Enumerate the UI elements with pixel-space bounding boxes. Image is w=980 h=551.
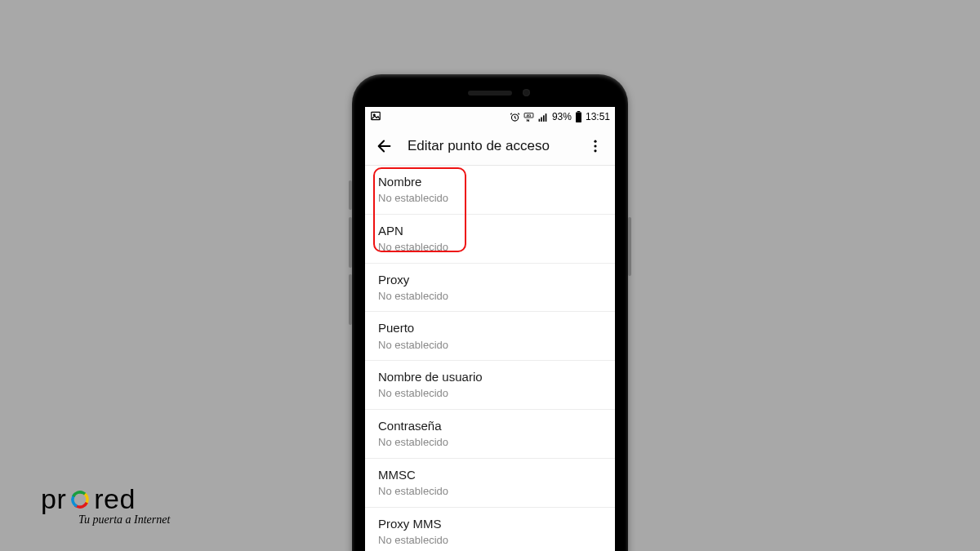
side-button [349,180,352,210]
setting-value: No establecido [378,240,602,255]
svg-text:4G: 4G [527,113,532,117]
phone-frame: 4G 93% 13:51 Editar punto de acceso [352,74,628,551]
setting-item-puerto[interactable]: Puerto No establecido [365,312,615,361]
brand-logo: pr red Tu puerta a Internet [41,483,170,527]
clock-time: 13:51 [586,111,610,122]
setting-item-contrasena[interactable]: Contraseña No establecido [365,410,615,459]
svg-point-12 [594,144,596,147]
network-4g-icon: 4G [523,112,534,122]
logo-text-right: red [94,483,136,515]
battery-icon [575,111,582,122]
alarm-icon [510,112,520,122]
phone-speaker [468,91,512,96]
logo-text-left: pr [41,483,66,515]
logo-swirl-icon [69,488,91,511]
setting-value: No establecido [378,338,602,353]
setting-label: MMSC [378,467,602,483]
svg-rect-10 [576,112,581,122]
page-title: Editar punto de acceso [408,138,572,154]
svg-point-11 [594,140,596,142]
phone-screen: 4G 93% 13:51 Editar punto de acceso [365,107,615,551]
status-bar: 4G 93% 13:51 [365,107,615,127]
signal-icon [537,112,549,122]
setting-label: Nombre [378,174,602,190]
setting-item-mmsc[interactable]: MMSC No establecido [365,459,615,508]
side-button [349,217,352,268]
battery-percent: 93% [552,111,572,122]
setting-item-proxy-mms[interactable]: Proxy MMS No establecido [365,508,615,551]
more-menu-button[interactable] [581,131,610,161]
side-button [349,274,352,325]
setting-item-proxy[interactable]: Proxy No establecido [365,264,615,313]
back-button[interactable] [370,131,399,161]
svg-rect-5 [539,118,541,121]
svg-rect-7 [543,115,545,122]
picture-icon [370,110,381,124]
setting-value: No establecido [378,191,602,206]
setting-label: Nombre de usuario [378,369,602,385]
phone-camera [523,89,530,96]
setting-value: No establecido [378,533,602,548]
setting-label: Proxy MMS [378,516,602,532]
setting-value: No establecido [378,435,602,450]
app-bar: Editar punto de acceso [365,127,615,166]
setting-value: No establecido [378,484,602,499]
setting-value: No establecido [378,289,602,304]
settings-list: Nombre No establecido APN No establecido… [365,166,615,551]
svg-rect-6 [541,117,542,121]
setting-label: APN [378,223,602,239]
svg-rect-9 [577,111,581,112]
logo-tagline: Tu puerta a Internet [41,513,170,527]
setting-value: No establecido [378,386,602,401]
svg-point-13 [594,149,596,152]
setting-label: Contraseña [378,418,602,434]
side-button [628,217,631,276]
setting-label: Proxy [378,272,602,288]
setting-item-nombre-usuario[interactable]: Nombre de usuario No establecido [365,361,615,410]
setting-item-nombre[interactable]: Nombre No establecido [365,166,615,215]
setting-item-apn[interactable]: APN No establecido [365,215,615,264]
svg-rect-8 [546,113,547,122]
setting-label: Puerto [378,320,602,336]
